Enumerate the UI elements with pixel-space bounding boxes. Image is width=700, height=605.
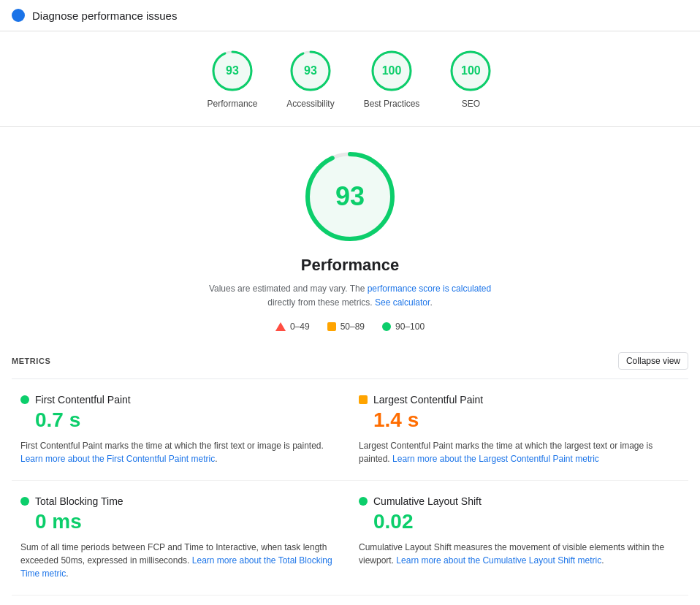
header-title: Diagnose performance issues <box>32 9 177 22</box>
metric-value-lcp: 1.4 s <box>373 408 680 432</box>
metric-dot-cls <box>359 497 368 506</box>
cls-learn-more-link[interactable]: Learn more about the Cumulative Layout S… <box>396 555 601 566</box>
fcp-learn-more-link[interactable]: Learn more about the First Contentful Pa… <box>20 454 215 464</box>
legend-item-green: 90–100 <box>382 321 425 332</box>
score-value-performance: 93 <box>226 64 239 77</box>
disclaimer: Values are estimated and may vary. The p… <box>197 282 503 310</box>
main-score-value: 93 <box>335 181 365 212</box>
score-value-accessibility: 93 <box>304 64 317 77</box>
green-circle-icon <box>382 322 391 331</box>
legend-label-red: 0–49 <box>290 321 310 332</box>
legend: 0–49 50–89 90–100 <box>275 321 425 332</box>
metric-desc-lcp: Largest Contentful Paint marks the time … <box>359 439 680 465</box>
score-label-accessibility: Accessibility <box>286 99 334 109</box>
metric-dot-tbt <box>20 497 29 506</box>
score-value-seo: 100 <box>461 64 481 77</box>
red-triangle-icon <box>275 322 286 331</box>
metric-dot-fcp <box>20 395 29 404</box>
metrics-section: METRICS Collapse view First Contentful P… <box>0 343 700 596</box>
legend-item-orange: 50–89 <box>327 321 365 332</box>
score-label-performance: Performance <box>208 99 258 109</box>
score-item-performance[interactable]: 93 Performance <box>208 49 258 109</box>
metric-dot-lcp <box>359 395 368 404</box>
metric-card-cls: Cumulative Layout Shift 0.02 Cumulative … <box>350 481 688 596</box>
metric-value-fcp: 0.7 s <box>35 408 341 432</box>
metric-header-cls: Cumulative Layout Shift <box>359 495 680 507</box>
legend-label-orange: 50–89 <box>341 321 365 332</box>
score-item-accessibility[interactable]: 93 Accessibility <box>286 49 334 109</box>
metric-card-tbt: Total Blocking Time 0 ms Sum of all time… <box>12 481 350 596</box>
legend-item-red: 0–49 <box>275 321 310 332</box>
orange-square-icon <box>327 322 336 331</box>
score-circle-accessibility: 93 <box>289 49 332 93</box>
header: Diagnose performance issues <box>0 0 700 31</box>
legend-label-green: 90–100 <box>395 321 425 332</box>
metric-card-fcp: First Contentful Paint 0.7 s First Conte… <box>12 379 350 481</box>
score-label-best-practices: Best Practices <box>364 99 420 109</box>
tbt-learn-more-link[interactable]: Learn more about the Total Blocking Time… <box>20 555 332 579</box>
metrics-header: METRICS Collapse view <box>12 343 688 379</box>
main-score-circle: 93 <box>303 149 397 244</box>
metric-name-lcp: Largest Contentful Paint <box>373 394 483 406</box>
metric-value-tbt: 0 ms <box>35 510 341 533</box>
calculator-link[interactable]: See calculator <box>375 297 430 308</box>
score-value-best-practices: 100 <box>382 64 402 77</box>
metric-card-lcp: Largest Contentful Paint 1.4 s Largest C… <box>350 379 688 481</box>
metric-header-tbt: Total Blocking Time <box>20 495 341 507</box>
metric-desc-cls: Cumulative Layout Shift measures the mov… <box>359 541 680 567</box>
collapse-view-button[interactable]: Collapse view <box>618 352 688 370</box>
score-circle-seo: 100 <box>449 49 492 93</box>
lcp-learn-more-link[interactable]: Learn more about the Largest Contentful … <box>392 454 599 464</box>
perf-score-link[interactable]: performance score is calculated <box>368 284 491 294</box>
metric-desc-tbt: Sum of all time periods between FCP and … <box>20 541 341 580</box>
metric-name-tbt: Total Blocking Time <box>35 495 123 507</box>
scores-section: 93 Performance 93 Accessibility 100 Best… <box>0 31 700 127</box>
score-circle-performance: 93 <box>210 49 254 93</box>
score-item-best-practices[interactable]: 100 Best Practices <box>364 49 420 109</box>
metric-name-fcp: First Contentful Paint <box>35 394 131 406</box>
metric-value-cls: 0.02 <box>373 510 680 533</box>
metric-name-cls: Cumulative Layout Shift <box>373 495 482 507</box>
main-score-title: Performance <box>301 256 400 275</box>
metric-header-fcp: First Contentful Paint <box>20 394 341 406</box>
header-icon <box>12 9 25 22</box>
score-circle-best-practices: 100 <box>370 49 414 93</box>
metric-header-lcp: Largest Contentful Paint <box>359 394 680 406</box>
metrics-label: METRICS <box>12 357 50 365</box>
metric-desc-fcp: First Contentful Paint marks the time at… <box>20 439 341 465</box>
metrics-grid: First Contentful Paint 0.7 s First Conte… <box>12 379 688 596</box>
main-score-section: 93 Performance Values are estimated and … <box>0 127 700 343</box>
score-item-seo[interactable]: 100 SEO <box>449 49 492 109</box>
score-label-seo: SEO <box>462 99 480 109</box>
